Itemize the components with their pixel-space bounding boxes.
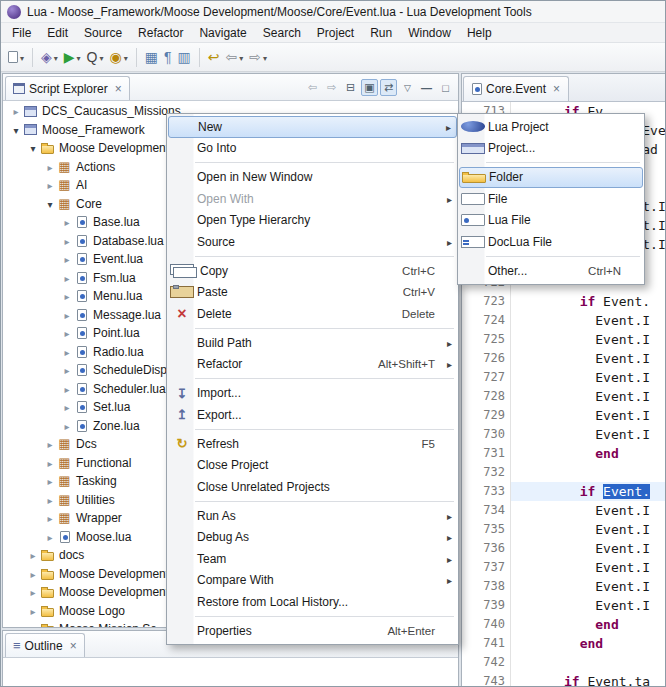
- view-menu-icon[interactable]: [399, 79, 416, 96]
- new-menu-item-project[interactable]: Project...: [459, 138, 643, 160]
- context-menu-item-refactor[interactable]: RefactorAlt+Shift+T: [168, 354, 457, 376]
- menubar-item-run[interactable]: Run: [362, 24, 400, 42]
- close-icon[interactable]: [553, 83, 560, 95]
- expand-twistie-icon[interactable]: [60, 234, 74, 248]
- context-menu-item-team[interactable]: Team: [168, 548, 457, 570]
- context-menu-item-go-into[interactable]: Go Into: [168, 138, 457, 160]
- profile-button[interactable]: ◉: [107, 46, 131, 68]
- dropdown-arrow-icon[interactable]: [52, 50, 58, 64]
- grid-view-button[interactable]: ▦: [142, 46, 161, 68]
- menubar-item-project[interactable]: Project: [309, 24, 362, 42]
- context-menu-item-import[interactable]: Import...: [168, 383, 457, 405]
- context-menu-item-new[interactable]: New: [168, 116, 457, 138]
- dropdown-arrow-icon[interactable]: [237, 50, 243, 64]
- close-icon[interactable]: [115, 83, 122, 95]
- expand-twistie-icon[interactable]: [9, 104, 23, 118]
- show-whitespace-button[interactable]: ¶: [161, 46, 175, 68]
- collapse-all-icon[interactable]: [342, 79, 359, 96]
- maximize-icon[interactable]: [437, 79, 454, 96]
- context-menu-item-paste[interactable]: PasteCtrl+V: [168, 282, 457, 304]
- tab-outline[interactable]: Outline: [5, 633, 85, 657]
- menubar-item-edit[interactable]: Edit: [39, 24, 76, 42]
- menubar-item-file[interactable]: File: [4, 24, 39, 42]
- last-edit-location-button[interactable]: ↩: [205, 46, 223, 68]
- collapse-twistie-icon[interactable]: [9, 123, 23, 137]
- collapse-twistie-icon[interactable]: [26, 141, 40, 155]
- menubar-item-navigate[interactable]: Navigate: [191, 24, 254, 42]
- context-menu-item-debug-as[interactable]: Debug As: [168, 527, 457, 549]
- context-menu-item-build-path[interactable]: Build Path: [168, 332, 457, 354]
- close-icon[interactable]: [70, 640, 77, 652]
- context-menu-item-close-unrelated-projects[interactable]: Close Unrelated Projects: [168, 476, 457, 498]
- collapse-twistie-icon[interactable]: [43, 197, 57, 211]
- expand-twistie-icon[interactable]: [26, 604, 40, 618]
- context-menu-item-open-in-new-window[interactable]: Open in New Window: [168, 167, 457, 189]
- context-menu-item-source[interactable]: Source: [168, 231, 457, 253]
- expand-twistie-icon[interactable]: [60, 419, 74, 433]
- context-menu-item-compare-with[interactable]: Compare With: [168, 570, 457, 592]
- expand-twistie-icon[interactable]: [60, 308, 74, 322]
- menubar-item-window[interactable]: Window: [400, 24, 459, 42]
- new-menu-item-lua-project[interactable]: Lua Project: [459, 116, 643, 138]
- new-menu-item-other[interactable]: Other...Ctrl+N: [459, 260, 643, 282]
- menubar-item-refactor[interactable]: Refactor: [130, 24, 191, 42]
- focus-icon[interactable]: [361, 79, 378, 96]
- new-wizard-button[interactable]: [5, 46, 27, 68]
- expand-twistie-icon[interactable]: [43, 511, 57, 525]
- forward-icon[interactable]: [323, 79, 340, 96]
- forward-button[interactable]: ⇨: [246, 46, 270, 68]
- expand-twistie-icon[interactable]: [60, 400, 74, 414]
- external-tools-button[interactable]: ◈: [38, 46, 61, 68]
- context-menu-item-restore-from-local-history[interactable]: Restore from Local History...: [168, 591, 457, 613]
- dropdown-arrow-icon[interactable]: [18, 50, 24, 64]
- new-menu-item-folder[interactable]: Folder: [459, 167, 643, 189]
- expand-twistie-icon[interactable]: [43, 437, 57, 451]
- expand-twistie-icon[interactable]: [26, 585, 40, 599]
- dropdown-arrow-icon[interactable]: [75, 50, 81, 64]
- tab-script-explorer[interactable]: Script Explorer: [5, 76, 130, 100]
- expand-twistie-icon[interactable]: [43, 493, 57, 507]
- new-menu-item-doclua-file[interactable]: DocLua File: [459, 231, 643, 253]
- expand-twistie-icon[interactable]: [43, 474, 57, 488]
- context-menu-item-run-as[interactable]: Run As: [168, 505, 457, 527]
- context-menu-item-properties[interactable]: PropertiesAlt+Enter: [168, 620, 457, 642]
- expand-twistie-icon[interactable]: [60, 382, 74, 396]
- expand-twistie-icon[interactable]: [60, 271, 74, 285]
- context-menu-item-delete[interactable]: DeleteDelete: [168, 303, 457, 325]
- expand-twistie-icon[interactable]: [43, 178, 57, 192]
- menubar-item-search[interactable]: Search: [255, 24, 309, 42]
- context-menu-item-copy[interactable]: CopyCtrl+C: [168, 260, 457, 282]
- expand-twistie-icon[interactable]: [60, 215, 74, 229]
- context-menu-item-refresh[interactable]: RefreshF5: [168, 433, 457, 455]
- context-menu-item-close-project[interactable]: Close Project: [168, 455, 457, 477]
- dropdown-arrow-icon[interactable]: [98, 50, 104, 64]
- expand-twistie-icon[interactable]: [26, 622, 40, 627]
- dropdown-arrow-icon[interactable]: [261, 50, 267, 64]
- expand-twistie-icon[interactable]: [43, 530, 57, 544]
- expand-twistie-icon[interactable]: [60, 289, 74, 303]
- expand-twistie-icon[interactable]: [26, 548, 40, 562]
- back-button[interactable]: ⇦: [222, 46, 246, 68]
- tab-core-event[interactable]: Core.Event: [463, 76, 569, 101]
- new-menu-item-file[interactable]: File: [459, 188, 643, 210]
- minimize-icon[interactable]: [418, 79, 435, 96]
- context-menu-item-export[interactable]: Export...: [168, 404, 457, 426]
- expand-twistie-icon[interactable]: [43, 160, 57, 174]
- expand-twistie-icon[interactable]: [60, 252, 74, 266]
- expand-twistie-icon[interactable]: [26, 567, 40, 581]
- menubar-item-source[interactable]: Source: [76, 24, 130, 42]
- list-view-icon: ▥: [178, 50, 191, 64]
- coverage-button[interactable]: Q: [84, 46, 107, 68]
- expand-twistie-icon[interactable]: [60, 345, 74, 359]
- back-icon[interactable]: [304, 79, 321, 96]
- menubar-item-help[interactable]: Help: [459, 24, 500, 42]
- context-menu-item-open-type-hierarchy[interactable]: Open Type Hierarchy: [168, 210, 457, 232]
- link-with-editor-icon[interactable]: [380, 79, 397, 96]
- run-button[interactable]: ▶: [61, 46, 84, 68]
- list-view-button[interactable]: ▥: [175, 46, 194, 68]
- dropdown-arrow-icon[interactable]: [122, 50, 128, 64]
- expand-twistie-icon[interactable]: [43, 456, 57, 470]
- expand-twistie-icon[interactable]: [60, 363, 74, 377]
- expand-twistie-icon[interactable]: [60, 326, 74, 340]
- new-menu-item-lua-file[interactable]: Lua File: [459, 210, 643, 232]
